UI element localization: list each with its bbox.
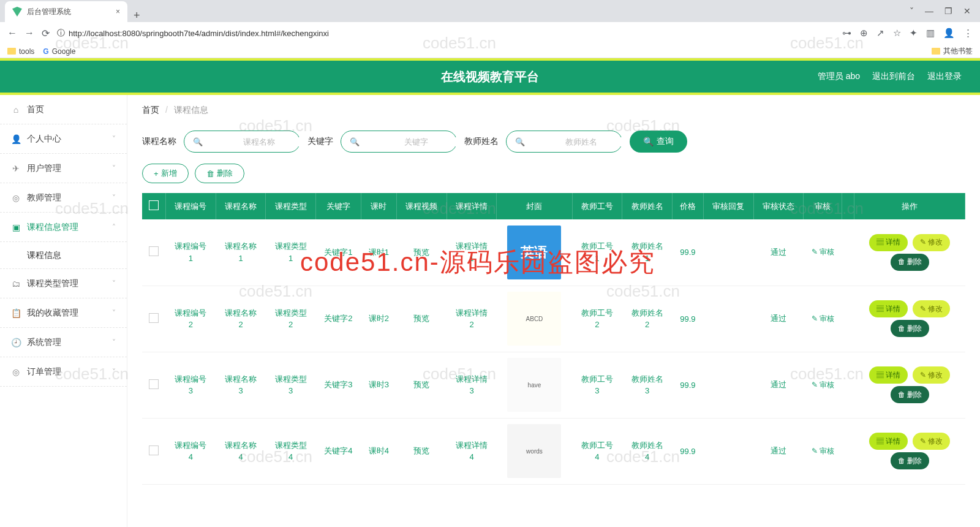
- cell-video[interactable]: 预览: [397, 286, 447, 352]
- cell-no: 课程编号1: [165, 219, 216, 286]
- cell-detail: 课程详情4: [447, 418, 497, 484]
- search-input-teacher[interactable]: 🔍: [506, 131, 622, 153]
- table-header: 教师工号: [572, 193, 622, 219]
- cell-tname: 教师姓名4: [622, 418, 673, 484]
- forward-icon[interactable]: →: [24, 28, 34, 39]
- bookmark-tools[interactable]: tools: [7, 47, 34, 56]
- sidebar-item[interactable]: ✈用户管理˅: [0, 154, 127, 183]
- audit-link[interactable]: 审核: [812, 248, 834, 256]
- menu-label: 我的收藏管理: [27, 308, 78, 319]
- app-header: 在线视频教育平台 管理员 abo 退出到前台 退出登录: [0, 58, 980, 95]
- menu-icon: 📋: [11, 308, 21, 318]
- cell-tname: 教师姓名3: [622, 352, 673, 418]
- detail-button[interactable]: ▤ 详情: [869, 366, 908, 384]
- cell-video[interactable]: 预览: [397, 219, 447, 286]
- cell-video[interactable]: 预览: [397, 418, 447, 484]
- sidebar-item[interactable]: ◎订单管理˅: [0, 357, 127, 387]
- search-button[interactable]: 🔍 查询: [630, 131, 687, 153]
- edit-button[interactable]: ✎ 修改: [913, 300, 950, 317]
- dropdown-icon[interactable]: ˅: [910, 6, 914, 16]
- audit-link[interactable]: 审核: [812, 314, 834, 323]
- detail-button[interactable]: ▤ 详情: [869, 433, 908, 450]
- detail-button[interactable]: ▤ 详情: [869, 300, 908, 317]
- row-checkbox[interactable]: [149, 445, 159, 455]
- close-icon[interactable]: ×: [116, 7, 120, 16]
- teacher-name-field[interactable]: [530, 137, 633, 146]
- info-icon[interactable]: ⓘ: [57, 28, 65, 39]
- star-icon[interactable]: ☆: [893, 28, 901, 39]
- add-button[interactable]: + 新增: [142, 164, 189, 183]
- audit-link[interactable]: 审核: [812, 381, 834, 389]
- minimize-icon[interactable]: —: [925, 6, 933, 16]
- cover-image[interactable]: ABCD: [507, 292, 561, 346]
- sidebar-item[interactable]: ▣课程信息管理˄: [0, 213, 127, 242]
- logout-link[interactable]: 退出登录: [927, 71, 962, 82]
- profile-icon[interactable]: 👤: [943, 28, 955, 39]
- cell-ops: ▤ 详情 ✎ 修改 🗑 删除: [854, 418, 965, 484]
- menu-label: 用户管理: [27, 163, 61, 174]
- audit-link[interactable]: 审核: [812, 447, 834, 455]
- cover-image[interactable]: words: [507, 424, 561, 478]
- row-checkbox[interactable]: [149, 246, 159, 256]
- cell-video[interactable]: 预览: [397, 352, 447, 418]
- sidebar-item[interactable]: 📋我的收藏管理˅: [0, 298, 127, 328]
- browser-tab[interactable]: 后台管理系统 ×: [5, 1, 127, 22]
- chevron-icon: ˅: [112, 368, 116, 376]
- cell-keyword: 关键字2: [316, 286, 361, 352]
- user-label[interactable]: 管理员 abo: [818, 71, 860, 82]
- row-delete-button[interactable]: 🗑 删除: [891, 320, 929, 337]
- table-header: 审核状态: [753, 193, 804, 219]
- reload-icon[interactable]: ⟳: [42, 28, 50, 39]
- select-all-checkbox[interactable]: [149, 200, 159, 210]
- cell-price: 99.9: [672, 286, 703, 352]
- search-icon[interactable]: ⊕: [860, 28, 868, 39]
- edit-button[interactable]: ✎ 修改: [913, 234, 950, 251]
- bookmark-other[interactable]: 其他书签: [932, 46, 973, 56]
- sidebar-item[interactable]: ◎教师管理˅: [0, 183, 127, 213]
- sidebar-item[interactable]: 👤个人中心˅: [0, 124, 127, 154]
- bookmark-bar: tools GGoogle 其他书签: [0, 44, 980, 58]
- row-checkbox[interactable]: [149, 313, 159, 323]
- row-delete-button[interactable]: 🗑 删除: [891, 386, 929, 403]
- bookmark-google[interactable]: GGoogle: [43, 47, 75, 56]
- share-icon[interactable]: ↗: [876, 28, 884, 39]
- url-box[interactable]: ⓘ http://localhost:8080/springbooth7te4/…: [57, 28, 835, 39]
- cover-image[interactable]: have: [507, 358, 561, 412]
- edit-button[interactable]: ✎ 修改: [913, 366, 950, 384]
- menu-icon: ◎: [11, 193, 21, 203]
- cover-image[interactable]: 英语: [507, 226, 561, 279]
- tab-bar: 后台管理系统 × + ˅ — ❐ ✕: [0, 0, 980, 22]
- cell-hours: 课时3: [361, 352, 396, 418]
- new-tab-button[interactable]: +: [127, 9, 146, 22]
- back-icon[interactable]: ←: [7, 28, 17, 39]
- course-name-field[interactable]: [208, 137, 311, 146]
- go-front-link[interactable]: 退出到前台: [872, 71, 915, 82]
- breadcrumb-home[interactable]: 首页: [142, 105, 159, 115]
- row-checkbox[interactable]: [149, 379, 159, 389]
- cell-price: 99.9: [672, 219, 703, 286]
- table-row: 课程编号4课程名称4课程类型4关键字4课时4预览课程详情4words教师工号4教…: [142, 418, 965, 484]
- sidebar-sub-item[interactable]: 课程信息: [0, 242, 127, 269]
- reading-icon[interactable]: ▥: [926, 28, 935, 39]
- maximize-icon[interactable]: ❐: [944, 6, 952, 16]
- url-text: http://localhost:8080/springbooth7te4/ad…: [69, 29, 329, 38]
- menu-icon[interactable]: ⋮: [963, 28, 973, 39]
- key-icon[interactable]: ⊶: [842, 28, 851, 39]
- search-input-keyword[interactable]: 🔍: [341, 131, 457, 153]
- sidebar-item[interactable]: 🗂课程类型管理˅: [0, 269, 127, 298]
- puzzle-icon[interactable]: ✦: [910, 28, 918, 39]
- cell-hours: 课时1: [361, 219, 396, 286]
- close-window-icon[interactable]: ✕: [963, 6, 971, 16]
- row-delete-button[interactable]: 🗑 删除: [891, 452, 929, 469]
- keyword-field[interactable]: [364, 137, 467, 146]
- detail-button[interactable]: ▤ 详情: [869, 234, 908, 251]
- table-header: 关键字: [316, 193, 361, 219]
- search-input-name[interactable]: 🔍: [184, 131, 300, 153]
- edit-button[interactable]: ✎ 修改: [913, 433, 950, 450]
- row-delete-button[interactable]: 🗑 删除: [891, 254, 929, 271]
- sidebar-item[interactable]: ⌂首页: [0, 95, 127, 124]
- delete-button[interactable]: 🗑 删除: [195, 164, 244, 183]
- sidebar-item[interactable]: 🕘系统管理˅: [0, 328, 127, 357]
- menu-label: 系统管理: [27, 337, 61, 348]
- cell-audit: 审核: [804, 418, 842, 484]
